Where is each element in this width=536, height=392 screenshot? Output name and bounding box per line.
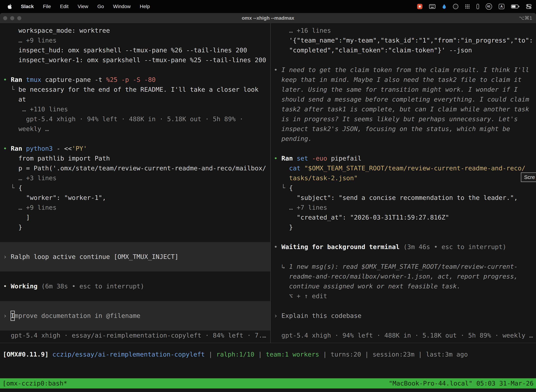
terminal-text: └ [3,184,19,191]
status-segment: cczip/essay/ai-reimplementation-copyleft [53,351,205,358]
terminal-line [274,232,536,242]
terminal-text: gpt-5.4 xhigh · 94% left · 488K in · 5.1… [274,332,533,339]
status-segment: [OMX#0.11.9] [3,351,48,358]
input-source-indicator[interactable]: A [499,4,504,9]
pane-divider-horizontal [0,343,536,343]
terminal-text: … +3 lines [3,174,57,182]
terminal-line: gpt-5.4 xhigh · 94% left · 488K in · 5.1… [274,331,536,340]
terminal-text: inspect_hud: omx sparkshell --tmux-pane … [3,47,247,54]
terminal-text: Ran [281,155,297,162]
keyboard-icon[interactable] [429,4,436,9]
terminal-text: ↳ [274,263,289,270]
menu-item-help[interactable]: Help [140,4,150,9]
menu-bar: Slack FileEditViewGoWindowHelp 61 A [0,0,536,13]
terminal-text: • [3,145,11,152]
text-cursor: I [11,311,14,321]
terminal-line: readme-and-reco/mailbox/worker-1.json, a… [274,271,536,281]
terminal-line: workspace_mode: worktree [3,26,270,36]
menu-item-file[interactable]: File [43,4,51,9]
tmux-pane-right[interactable]: … +16 lines '{"team_name":"my-team","tas… [271,23,536,343]
prompt-suggestion-band[interactable]: › Ralph loop active continue [OMX_TMUX_I… [0,242,270,271]
paperclip-icon[interactable] [477,4,479,9]
screen-recording-icon[interactable] [417,4,422,9]
status-segment: | [415,351,426,358]
terminal-line: continue assigned work or next feasible … [274,281,536,291]
terminal-text: inspect task2's JSON, focusing on the st… [274,125,510,132]
terminal-text: at [3,96,26,103]
terminal-text: Ran [11,76,26,83]
terminal-text [274,165,289,172]
apps-grid-icon[interactable] [465,4,470,9]
terminal-line: • Working (6m 38s • esc to interrupt) [3,281,270,291]
terminal-text: should send a message before completing … [274,96,529,103]
prompt-suggestion-band[interactable]: › Improve documentation in @filename [0,301,270,331]
menu-item-edit[interactable]: Edit [60,4,68,9]
terminal-text: … +9 lines [3,204,57,211]
screenshot-tooltip[interactable]: Scre [521,173,536,182]
terminal-text: } [274,224,293,231]
terminal-line: └ { [3,183,270,193]
terminal-line: should send a message before completing … [274,94,536,104]
terminal-text: } [3,224,22,231]
tmux-status-bar: [omx-cczip0:bash* "MacBook-Pro-44.local"… [0,378,536,388]
terminal-text: "worker": "worker-1", [3,194,106,201]
terminal-text: • [3,76,11,83]
status-segment: last:3m ago [426,351,468,358]
terminal-line: … +110 lines [3,104,270,114]
terminal-line [3,134,270,144]
apple-menu-icon[interactable] [8,4,12,9]
terminal-line: '{"team_name":"my-team","task_id":"1","f… [274,36,536,45]
status-segment [48,351,53,358]
terminal-line: weekly … [3,124,270,134]
pane-divider-vertical[interactable] [270,23,271,343]
terminal-text: %25 -p -S -80 [106,76,156,83]
terminal-text: tmux [26,76,45,83]
terminal-text: … +16 lines [274,27,331,34]
terminal-text: weekly … [3,125,49,132]
terminal-line [3,271,270,281]
menu-item-go[interactable]: Go [97,4,104,9]
terminal-text: 1 new msg(s): read $OMX_TEAM_STATE_ROOT/… [289,263,518,270]
terminal-text: python3 [26,145,57,152]
battery-badge[interactable]: 61 [486,3,492,10]
terminal-line: is in progress? It seems likely but perh… [274,114,536,124]
terminal-line [274,252,536,262]
terminal-line [274,321,536,331]
terminal-line [274,301,536,311]
battery-icon[interactable] [511,5,519,9]
status-segment: ralph:1/10 [216,351,254,358]
menu-item-view[interactable]: View [78,4,88,9]
terminal-line: task2 after task1 is complete, but can I… [274,104,536,114]
terminal-text: └ [274,184,289,191]
terminal-text: ] [3,214,30,221]
tmux-host-clock: "MacBook-Pro-44.local" 05:03 31-Mar-26 [389,378,534,388]
terminal-line: from pathlib import Path [3,154,270,163]
terminal-text: … +7 lines [274,204,327,211]
terminal-text: › [274,312,281,319]
status-segment: turns:20 [330,351,361,358]
terminal-line: } [274,222,536,232]
terminal-text: { [289,184,293,191]
terminal-text: cat [289,165,304,172]
terminal-text: pipefail [331,155,361,162]
terminal-line: "subject": "send a concise recommendatio… [274,193,536,203]
menu-app-name[interactable]: Slack [21,4,34,9]
terminal-line: at [3,94,270,104]
terminal-line: cat "$OMX_TEAM_STATE_ROOT/team/review-cu… [274,163,536,173]
terminal-text: p = Path('.omx/state/team/review-current… [3,165,266,172]
terminal-line [274,144,536,154]
water-drop-icon[interactable] [442,4,446,9]
terminal-line [3,65,270,75]
tmux-pane-left[interactable]: workspace_mode: worktree … +9 lines insp… [0,23,270,343]
menu-item-window[interactable]: Window [113,4,131,9]
terminal-text: › [3,311,11,321]
terminal-line: • I need to get the claim token from the… [274,65,536,75]
terminal-line: "worker": "worker-1", [3,193,270,203]
terminal-line: • Ran set -euo pipefail [274,154,536,163]
terminal-line: … +3 lines [3,173,270,183]
terminal-line: … +9 lines [3,203,270,213]
control-center-icon[interactable] [526,4,531,9]
terminal-line: ] [3,213,270,222]
dark-app-icon[interactable] [453,4,458,9]
terminal-line: keep that in mind. Maybe I also need the… [274,75,536,85]
